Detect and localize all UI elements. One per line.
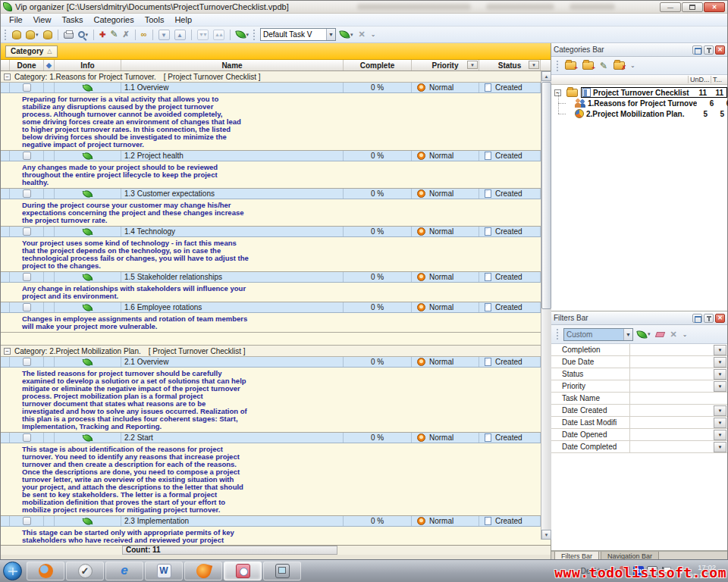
collapse-icon[interactable]: − (4, 74, 11, 80)
orange-app-taskbar-button[interactable] (184, 562, 222, 580)
toolbar-overflow-icon[interactable]: ⌄ (682, 331, 688, 338)
firefox-taskbar-button[interactable] (27, 562, 64, 580)
delete-task-button[interactable]: ✗ (121, 28, 130, 42)
print-preview-dropdown-icon[interactable]: ▾ (86, 32, 89, 38)
task-row[interactable]: 1.5 Stakeholder relationships0 %NormalCr… (1, 272, 541, 283)
close-panel-icon[interactable]: ✕ (715, 45, 725, 55)
task-checkbox[interactable] (23, 433, 31, 442)
name-column-header[interactable]: Name (121, 60, 344, 70)
status-column-header[interactable]: Status▼ (479, 60, 541, 70)
done-column-header[interactable]: Done (10, 60, 44, 70)
task-row[interactable]: 1.2 Project health0 %NormalCreated (1, 151, 541, 161)
computer-taskbar-button[interactable] (263, 562, 301, 580)
word-taskbar-button[interactable]: W (145, 562, 183, 580)
start-button-icon[interactable] (3, 562, 22, 580)
priority-column-header[interactable]: Priority▼ (412, 60, 479, 70)
new-task-button[interactable]: ✚ (98, 28, 107, 42)
internet-explorer-taskbar-button[interactable]: e (105, 562, 143, 580)
apply-filter-dropdown-icon[interactable]: ▾ (648, 331, 651, 337)
filter-dropdown-icon[interactable]: ▼ (714, 369, 726, 380)
status-filter-dropdown[interactable]: ▼ (529, 61, 539, 69)
new-database-button[interactable] (11, 28, 23, 42)
print-preview-button[interactable]: ▾ (77, 28, 90, 42)
collapse-icon[interactable]: − (4, 348, 11, 355)
menu-view[interactable]: View (28, 14, 57, 25)
menu-file[interactable]: File (4, 14, 28, 25)
undock-panel-icon[interactable] (692, 314, 702, 323)
priority-filter-dropdown[interactable]: ▼ (467, 61, 478, 69)
notes-view-button[interactable]: ▾ (234, 28, 251, 42)
filter-dropdown-icon[interactable]: ▼ (714, 357, 726, 368)
info-column-header[interactable]: Info (55, 60, 121, 70)
delete-category-icon[interactable]: ✗ (613, 61, 625, 70)
minimize-button[interactable]: — (660, 2, 681, 12)
complete-column-header[interactable]: Complete (344, 60, 412, 70)
print-button[interactable] (62, 28, 75, 42)
undone-column-header[interactable]: UnD... (688, 76, 711, 83)
filter-row[interactable]: Date Created▼ (551, 405, 727, 417)
task-checkbox[interactable] (23, 358, 31, 366)
eraser-icon[interactable] (654, 332, 664, 337)
menu-tasks[interactable]: Tasks (56, 14, 88, 25)
pin-panel-icon[interactable] (704, 314, 714, 323)
scroll-down-icon[interactable]: ▼ (541, 530, 551, 540)
new-subcategory-icon[interactable]: + (582, 61, 594, 70)
task-view-combobox[interactable]: Default Task V ▼ (260, 28, 336, 41)
undock-panel-icon[interactable] (692, 45, 702, 55)
category-item[interactable]: −Project Turnover Checklist1111 (551, 87, 727, 98)
filter-dropdown-icon[interactable]: ▼ (714, 430, 726, 440)
toolbar-grip[interactable] (557, 61, 560, 71)
clear-view-icon[interactable]: ✕ (359, 30, 366, 39)
toolbar-overflow-icon[interactable]: ⌄ (630, 62, 635, 69)
scrollbar-thumb[interactable] (541, 82, 551, 309)
filter-row[interactable]: Due Date▼ (551, 356, 727, 368)
open-database-button[interactable]: ▾ (24, 28, 40, 42)
filter-row[interactable]: Date Opened▼ (551, 429, 727, 441)
filter-row[interactable]: Priority▼ (551, 380, 727, 393)
move-up-button[interactable]: ▲ (173, 28, 187, 42)
apply-filter-button[interactable]: ▾ (635, 327, 652, 341)
chevron-down-icon[interactable]: ▼ (623, 329, 632, 340)
task-checkbox[interactable] (23, 83, 31, 92)
edit-task-button[interactable]: ✎ (108, 28, 119, 42)
view-completed-button[interactable]: ∞ (140, 28, 149, 42)
filter-dropdown-icon[interactable]: ▼ (714, 442, 726, 452)
menu-tools[interactable]: Tools (140, 14, 170, 25)
filter-row[interactable]: Date Completed▼ (551, 441, 727, 453)
task-row[interactable]: 1.1 Overview0 %NormalCreated (1, 83, 541, 93)
pin-panel-icon[interactable] (704, 45, 714, 55)
titlebar[interactable]: Vip organizer [C:\Users\dmitry\Documents… (1, 1, 727, 14)
filter-dropdown-icon[interactable]: ▼ (714, 345, 726, 355)
apply-view-dropdown-icon[interactable]: ▾ (350, 32, 353, 38)
vip-organizer-active-taskbar-button[interactable] (224, 562, 262, 580)
filter-dropdown-icon[interactable]: ▼ (714, 418, 726, 428)
task-row[interactable]: 2.2 Start0 %NormalCreated (1, 433, 541, 443)
toolbar-overflow-icon[interactable]: ⌄ (371, 31, 376, 38)
flag-column-header[interactable]: ◆ (44, 60, 55, 70)
filter-dropdown-icon[interactable]: ▼ (714, 381, 726, 392)
filter-row[interactable]: Date Last Modifi▼ (551, 417, 727, 429)
edit-category-icon[interactable]: ✎ (600, 61, 607, 71)
close-panel-icon[interactable]: ✕ (715, 314, 725, 323)
category-item[interactable]: 1.Reasons for Project Turnove66 (551, 98, 727, 108)
task-row[interactable]: 1.3 Customer expectations0 %NormalCreate… (1, 189, 541, 199)
filter-dropdown-icon[interactable]: ▼ (714, 405, 726, 416)
maximize-button[interactable] (682, 2, 703, 12)
group-by-category-chip[interactable]: Category △ (5, 45, 58, 58)
group-row[interactable]: −Category: 2.Project Mobilization Plan.[… (1, 346, 541, 357)
task-row[interactable]: 1.6 Employee rotations0 %NormalCreated (1, 302, 541, 313)
task-checkbox[interactable] (23, 273, 31, 281)
task-checkbox[interactable] (23, 152, 31, 160)
grid-vertical-scrollbar[interactable]: ▲ ▼ (541, 71, 551, 540)
toolbar-grip[interactable] (5, 30, 8, 40)
menu-categories[interactable]: Categories (89, 14, 140, 25)
vip-organizer-taskbar-button[interactable]: ✓ (66, 562, 104, 580)
filter-preset-combobox[interactable]: Custom ▼ (563, 328, 633, 341)
move-down-button[interactable]: ▼ (157, 28, 171, 42)
task-row[interactable]: 2.3 Implementation0 %NormalCreated (1, 516, 541, 527)
task-row[interactable]: 2.1 Overview0 %NormalCreated (1, 357, 541, 368)
open-database-dropdown-icon[interactable]: ▾ (36, 32, 39, 38)
menu-help[interactable]: Help (169, 14, 197, 25)
filter-row[interactable]: Task Name (551, 393, 727, 405)
chevron-down-icon[interactable]: ▼ (326, 29, 335, 40)
